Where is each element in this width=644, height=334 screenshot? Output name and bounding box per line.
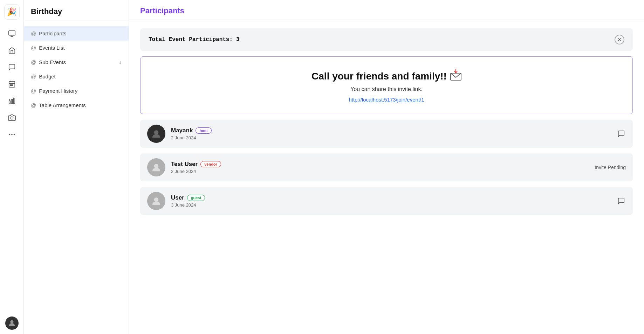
total-participants-text: Total Event Participants: 3 xyxy=(149,36,239,43)
participant-date: 3 June 2024 xyxy=(171,202,611,208)
sidebar-item-budget[interactable]: @ Budget xyxy=(24,69,129,84)
camera-icon[interactable] xyxy=(5,111,19,125)
sidebar-item-sub-events[interactable]: @ Sub Events ↓ xyxy=(24,55,129,69)
avatar xyxy=(147,192,165,210)
close-banner-button[interactable]: ✕ xyxy=(615,35,624,44)
chevron-down-icon: ↓ xyxy=(119,59,122,65)
svg-rect-1 xyxy=(9,82,15,88)
envelope-icon xyxy=(450,72,461,81)
participant-row: Test User vendor 2 June 2024 Invite Pend… xyxy=(140,153,633,181)
invite-pending-text: Invite Pending xyxy=(595,165,626,170)
invite-card: Call your friends and family!! You can s… xyxy=(140,56,633,114)
main-body: Total Event Participants: 3 ✕ Call your … xyxy=(129,20,644,223)
home-icon[interactable] xyxy=(5,43,19,57)
monitor-icon[interactable] xyxy=(5,27,19,41)
participant-name: Test User vendor xyxy=(171,161,589,168)
sidebar-title: Birthday xyxy=(31,7,122,16)
sidebar-header: Birthday xyxy=(24,0,129,22)
svg-point-16 xyxy=(154,197,159,202)
guest-badge: guest xyxy=(187,195,205,201)
bar-chart-icon[interactable] xyxy=(5,94,19,108)
svg-point-15 xyxy=(154,164,159,168)
participant-info: Mayank host 2 June 2024 xyxy=(171,127,611,140)
participant-info: User guest 3 June 2024 xyxy=(171,194,611,208)
total-participants-banner: Total Event Participants: 3 ✕ xyxy=(140,28,633,51)
svg-rect-4 xyxy=(9,101,10,104)
sidebar-nav: @ Participants @ Events List @ Sub Event… xyxy=(24,22,129,117)
svg-point-7 xyxy=(9,99,10,100)
svg-rect-2 xyxy=(10,85,11,86)
svg-rect-3 xyxy=(12,85,13,86)
invite-link[interactable]: http://localhost:5173/join/event/1 xyxy=(349,97,424,103)
participant-name: User guest xyxy=(171,194,611,201)
host-badge: host xyxy=(196,127,211,134)
participant-date: 2 June 2024 xyxy=(171,169,589,174)
main-header: Participants xyxy=(129,0,644,20)
vendor-badge: vendor xyxy=(200,161,221,167)
svg-point-14 xyxy=(154,130,159,135)
sidebar-item-payment-history[interactable]: @ Payment History xyxy=(24,84,129,98)
participant-row: User guest 3 June 2024 xyxy=(140,187,633,215)
svg-point-11 xyxy=(13,134,15,135)
calendar-icon[interactable] xyxy=(5,77,19,91)
app-logo[interactable]: 🎉 xyxy=(4,4,20,20)
svg-rect-5 xyxy=(11,99,13,104)
avatar xyxy=(147,125,165,143)
svg-point-9 xyxy=(9,134,10,135)
invite-title: Call your friends and family!! xyxy=(311,71,461,82)
participant-date: 2 June 2024 xyxy=(171,135,611,140)
avatar xyxy=(147,158,165,176)
participant-info: Test User vendor 2 June 2024 xyxy=(171,161,589,174)
sidebar-item-table-arrangements[interactable]: @ Table Arrangements xyxy=(24,98,129,112)
invite-subtitle: You can share this invite link. xyxy=(350,86,423,92)
chat-action[interactable] xyxy=(617,130,626,138)
svg-rect-0 xyxy=(8,31,15,35)
main-content: Participants Total Event Participants: 3… xyxy=(129,0,644,334)
sidebar-item-events-list[interactable]: @ Events List xyxy=(24,41,129,55)
chat-bubble-icon[interactable] xyxy=(5,60,19,74)
icon-rail: 🎉 xyxy=(0,0,24,334)
participant-name: Mayank host xyxy=(171,127,611,134)
sidebar-item-participants[interactable]: @ Participants xyxy=(24,26,129,41)
ellipsis-icon[interactable] xyxy=(5,127,19,141)
page-title: Participants xyxy=(140,6,633,15)
sidebar: Birthday @ Participants @ Events List @ … xyxy=(24,0,129,334)
svg-point-10 xyxy=(11,134,13,135)
participant-row: Mayank host 2 June 2024 xyxy=(140,120,633,148)
invite-pending-action: Invite Pending xyxy=(595,165,626,170)
user-avatar[interactable] xyxy=(5,316,19,330)
svg-point-12 xyxy=(10,320,13,323)
svg-point-8 xyxy=(11,117,13,119)
chat-action[interactable] xyxy=(617,197,626,205)
svg-rect-6 xyxy=(13,98,15,104)
